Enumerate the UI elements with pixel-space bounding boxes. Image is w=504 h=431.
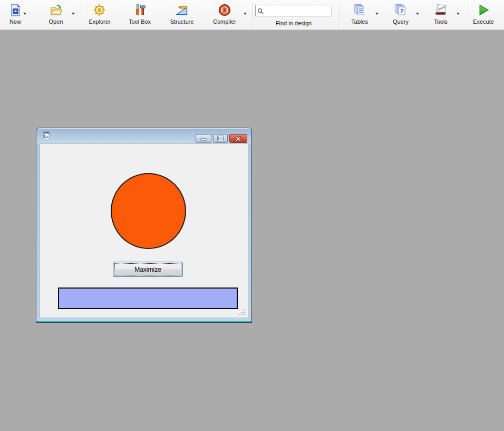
execute-play-icon: [477, 3, 491, 17]
find-in-design-searchbox[interactable]: [255, 5, 332, 16]
mdi-workspace: Maximize Met...: [0, 30, 504, 431]
toolbar-button-label: Tables: [351, 18, 368, 25]
query-dropdown-arrow[interactable]: [416, 13, 419, 15]
maximize-icon: [217, 134, 224, 143]
toolbar-button-toolbox[interactable]: Tool Box: [127, 2, 153, 25]
tools-dropdown-arrow[interactable]: [457, 13, 460, 15]
close-icon: [235, 134, 241, 143]
preview-window-titlebar[interactable]: [36, 128, 251, 143]
box-control: [58, 288, 238, 309]
tools-icon: [434, 3, 448, 17]
compiler-dropdown-arrow[interactable]: [244, 13, 247, 15]
toolbar-button-label: Query: [393, 18, 409, 25]
toolbar-button-label: Compiler: [213, 18, 236, 25]
svg-text:?: ?: [400, 7, 403, 14]
toolbar-button-label: New: [9, 18, 21, 25]
toolbar-button-tools[interactable]: Tools: [432, 2, 450, 25]
toolbar-button-label: Structure: [170, 18, 194, 25]
open-folder-icon: [49, 3, 63, 17]
new-dropdown-arrow[interactable]: [23, 13, 26, 15]
resize-grip[interactable]: [239, 309, 246, 317]
search-icon: [257, 7, 264, 16]
toolbar-button-new[interactable]: New: [6, 2, 25, 25]
maximize-pushbutton-label: Maximize: [134, 266, 161, 273]
toolbar-button-query[interactable]: ? Query: [391, 2, 411, 25]
toolbar-separator: [81, 3, 81, 27]
query-icon: ?: [394, 3, 408, 17]
preview-window[interactable]: Maximize: [36, 128, 252, 323]
toolbar-separator: [469, 3, 469, 27]
minimize-button[interactable]: [196, 134, 211, 143]
new-document-icon: [8, 3, 23, 17]
toolbar-button-explorer[interactable]: Explorer: [87, 2, 113, 25]
toolbar-button-compiler[interactable]: Compiler: [211, 2, 238, 25]
tables-dropdown-arrow[interactable]: [375, 13, 379, 15]
tables-icon: [352, 3, 366, 17]
toolbar-button-label: Open: [49, 18, 63, 25]
search-input[interactable]: [264, 5, 342, 17]
maximize-pushbutton[interactable]: Maximize: [113, 262, 183, 277]
structure-icon: [175, 3, 189, 17]
toolbar-button-structure[interactable]: Structure: [168, 2, 196, 25]
window-icon: [42, 131, 51, 140]
preview-window-client: Maximize: [40, 143, 248, 318]
toolbar-button-tables[interactable]: Tables: [349, 2, 370, 25]
toolbar-button-label: Tool Box: [129, 18, 151, 25]
toolbar-separator: [340, 3, 340, 27]
open-dropdown-arrow[interactable]: [72, 13, 75, 15]
compiler-wheel-icon: [217, 3, 231, 17]
explorer-wheel-icon: [93, 3, 107, 17]
toolbar-button-execute[interactable]: Execute: [471, 2, 496, 25]
toolbar-button-label: Execute: [473, 18, 494, 25]
toolbar-button-open[interactable]: Open: [47, 2, 65, 25]
minimize-icon: [200, 134, 207, 143]
main-toolbar: New Open Explorer Tool Box Structure Com…: [0, 0, 504, 30]
close-button[interactable]: [229, 134, 247, 143]
toolbox-icon: [132, 3, 147, 17]
maximize-button[interactable]: [213, 134, 228, 143]
ellipse-shape: [111, 173, 186, 249]
toolbar-button-label: Tools: [434, 18, 448, 25]
caption-buttons: [196, 134, 247, 143]
search-label: Find in design: [276, 20, 312, 26]
ide-root: { "toolbar": { "items": [ {"label": "New…: [0, 0, 504, 431]
toolbar-separator: [252, 3, 253, 27]
toolbar-button-label: Explorer: [89, 18, 111, 25]
